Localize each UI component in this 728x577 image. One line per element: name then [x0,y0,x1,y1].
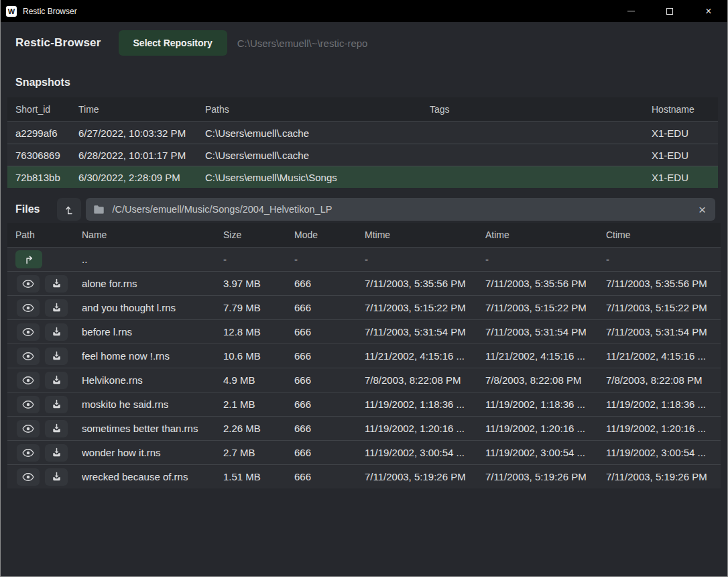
snapshot-row[interactable]: a2299af6 6/27/2022, 10:03:32 PM C:\Users… [7,121,718,144]
folder-icon [93,205,105,215]
current-path-breadcrumb[interactable]: /C/Users/emuell/Music/Songs/2004_Helveti… [86,198,715,221]
download-file-button[interactable] [45,372,68,389]
file-size: 12.8 MB [223,326,294,337]
file-mtime: 11/19/2002, 3:00:54 ... [365,447,485,458]
download-file-button[interactable] [45,420,68,437]
download-file-button[interactable] [45,323,68,341]
file-mtime: 7/11/2003, 5:31:54 PM [365,326,485,337]
file-size: 2.26 MB [223,423,294,434]
eye-icon [22,303,34,313]
download-file-button[interactable] [45,396,68,413]
file-row: and you thought l.rns 7.79 MB 666 7/11/2… [7,295,721,319]
file-ctime: 11/19/2002, 3:00:54 ... [606,447,721,458]
file-name: wonder how it.rns [82,447,223,458]
close-icon: × [705,5,711,17]
download-icon [52,351,62,361]
snapshot-short-id: 72b813bb [7,172,78,183]
download-file-button[interactable] [45,444,68,462]
file-mode: 666 [294,374,365,386]
column-header-name: Name [82,229,223,240]
close-button[interactable]: × [689,0,728,22]
download-file-button[interactable] [45,275,68,293]
snapshot-paths: C:\Users\emuell\.cache [205,127,430,139]
file-mtime: 7/8/2003, 8:22:08 PM [365,374,485,386]
file-mode: 666 [294,302,365,313]
preview-file-button[interactable] [17,420,40,437]
file-name: .. [82,254,223,265]
eye-icon [22,352,34,361]
preview-file-button[interactable] [17,396,40,413]
preview-file-button[interactable] [17,275,40,293]
file-name: moskito he said.rns [82,399,223,410]
file-size: 7.79 MB [223,302,294,313]
snapshot-row[interactable]: 76306869 6/28/2022, 10:01:17 PM C:\Users… [7,144,718,166]
file-name: before l.rns [82,326,223,337]
snapshots-table-header: Short_id Time Paths Tags Hostname [7,97,718,121]
download-icon [52,327,62,337]
eye-icon [22,472,34,482]
file-name: Helvikone.rns [82,374,223,386]
preview-file-button[interactable] [17,372,40,389]
column-header-time: Time [78,104,205,115]
snapshot-row[interactable]: 72b813bb 6/30/2022, 2:28:09 PM C:\Users\… [7,166,718,188]
file-size: 4.9 MB [223,374,294,386]
download-file-button[interactable] [45,348,68,365]
file-atime: 7/11/2003, 5:31:54 PM [485,326,606,337]
window-title: Restic Browser [23,7,77,16]
file-atime: 11/19/2002, 1:18:36 ... [485,399,606,410]
breadcrumb-path-text: /C/Users/emuell/Music/Songs/2004_Helveti… [112,204,698,215]
preview-file-button[interactable] [17,323,40,341]
clear-path-icon: × [699,203,706,217]
preview-file-button[interactable] [17,444,40,462]
titlebar: W Restic Browser × [0,0,728,22]
download-icon [52,472,62,482]
file-name: sometimes better than.rns [82,423,223,434]
file-ctime: 7/11/2003, 5:15:22 PM [606,302,721,313]
empty-area [1,488,727,576]
snapshots-heading: Snapshots [1,64,727,97]
file-mode: 666 [294,350,365,362]
eye-icon [22,448,34,458]
maximize-icon [666,8,673,15]
minimize-button[interactable] [611,0,650,22]
column-header-size: Size [223,229,294,240]
file-ctime: 7/11/2003, 5:35:56 PM [606,278,721,289]
file-row: moskito he said.rns 2.1 MB 666 11/19/200… [7,392,721,416]
snapshot-paths: C:\Users\emuell\.cache [205,150,430,161]
minimize-icon [627,11,635,11]
file-mode: 666 [294,423,365,434]
column-header-paths: Paths [205,104,430,115]
preview-file-button[interactable] [17,348,40,365]
go-to-root-button[interactable] [57,198,81,221]
snapshot-hostname: X1-EDU [652,127,718,139]
file-atime: 11/19/2002, 1:20:16 ... [485,423,606,434]
snapshot-hostname: X1-EDU [652,172,718,183]
preview-file-button[interactable] [17,299,40,317]
file-mode: 666 [294,399,365,410]
file-atime: 11/21/2002, 4:15:16 ... [485,350,606,362]
snapshot-short-id: 76306869 [7,150,78,161]
file-mode: 666 [294,471,365,482]
preview-file-button[interactable] [17,468,40,486]
file-size: 3.97 MB [223,278,294,289]
file-mtime: 7/11/2003, 5:15:22 PM [365,302,485,313]
download-file-button[interactable] [45,468,68,486]
column-header-atime: Atime [485,229,606,240]
column-header-short-id: Short_id [7,104,78,115]
maximize-button[interactable] [650,0,689,22]
file-mode: 666 [294,278,365,289]
file-name: feel home now !.rns [82,350,223,362]
go-up-directory-button[interactable] [15,250,42,268]
app-header: Restic-Browser Select Repository C:\User… [1,22,727,64]
column-header-tags: Tags [430,104,652,115]
file-mtime: - [365,254,485,265]
select-repository-button[interactable]: Select Repository [119,30,227,56]
file-mtime: 7/11/2003, 5:35:56 PM [365,278,485,289]
file-atime: 7/11/2003, 5:35:56 PM [485,278,606,289]
download-icon [52,375,62,385]
download-file-button[interactable] [45,299,68,317]
file-atime: 7/11/2003, 5:19:26 PM [485,471,606,482]
file-mode: 666 [294,447,365,458]
clear-path-button[interactable]: × [699,203,706,216]
file-atime: 11/19/2002, 3:00:54 ... [485,447,606,458]
